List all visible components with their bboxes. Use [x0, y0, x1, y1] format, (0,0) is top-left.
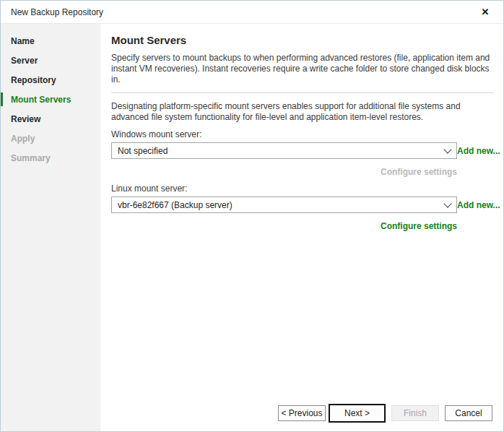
titlebar: New Backup Repository ✕: [1, 1, 503, 24]
windows-configure-settings-link: Configure settings: [381, 167, 457, 177]
windows-mount-server-select[interactable]: Not specified: [111, 142, 457, 159]
wizard-steps-sidebar: Name Server Repository Mount Servers Rev…: [1, 24, 100, 432]
divider: [111, 92, 494, 93]
linux-mount-server-value: vbr-6e82f667 (Backup server): [118, 200, 439, 210]
close-icon[interactable]: ✕: [477, 4, 493, 20]
sidebar-item-summary: Summary: [1, 151, 100, 170]
next-button[interactable]: Next >: [329, 404, 386, 423]
description-text: Designating platform-specific mount serv…: [111, 101, 501, 123]
windows-configure-row: Configure settings: [111, 165, 457, 175]
sidebar-item-server[interactable]: Server: [1, 53, 100, 73]
main-panel: Mount Servers Specify servers to mount b…: [100, 24, 504, 432]
wizard-footer: < Previous Next > Finish Cancel: [278, 404, 492, 423]
cancel-button[interactable]: Cancel: [445, 405, 492, 421]
linux-configure-settings-link[interactable]: Configure settings: [381, 221, 457, 231]
linux-mount-server-select[interactable]: vbr-6e82f667 (Backup server): [111, 196, 457, 213]
dialog-body: Name Server Repository Mount Servers Rev…: [1, 24, 503, 432]
previous-button[interactable]: < Previous: [278, 405, 326, 421]
chevron-down-icon: [443, 145, 451, 153]
sidebar-item-name[interactable]: Name: [1, 34, 100, 53]
intro-text: Specify servers to mount backups to when…: [111, 53, 501, 85]
windows-mount-server-value: Not specified: [118, 146, 439, 156]
new-backup-repository-dialog: New Backup Repository ✕ Name Server Repo…: [0, 0, 504, 432]
linux-mount-server-row: vbr-6e82f667 (Backup server) Add new...: [111, 196, 501, 213]
chevron-down-icon: [443, 199, 451, 207]
windows-mount-server-label: Windows mount server:: [111, 129, 501, 139]
page-title: Mount Servers: [111, 34, 501, 46]
sidebar-item-mount-servers[interactable]: Mount Servers: [1, 92, 100, 112]
window-title: New Backup Repository: [11, 7, 477, 17]
windows-add-new-link[interactable]: Add new...: [457, 146, 500, 156]
sidebar-item-apply: Apply: [1, 131, 100, 151]
linux-mount-server-label: Linux mount server:: [111, 183, 501, 194]
finish-button: Finish: [391, 405, 439, 421]
windows-mount-server-row: Not specified Add new...: [111, 142, 501, 159]
linux-add-new-link[interactable]: Add new...: [457, 200, 500, 210]
linux-configure-row: Configure settings: [111, 219, 457, 229]
sidebar-item-repository[interactable]: Repository: [1, 73, 100, 92]
sidebar-item-review[interactable]: Review: [1, 112, 100, 131]
